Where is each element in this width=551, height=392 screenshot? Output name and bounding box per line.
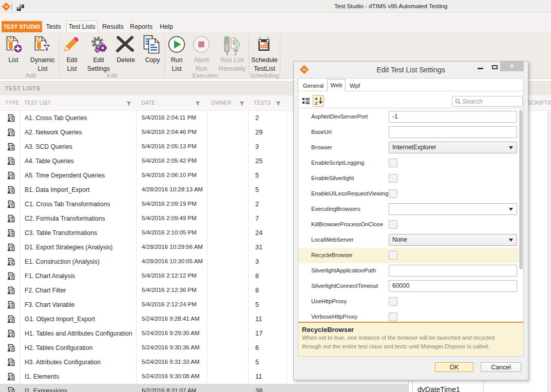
svg-text:TS: TS [5, 5, 8, 8]
svg-text:A: A [315, 96, 318, 101]
svg-text:Z: Z [315, 101, 318, 105]
